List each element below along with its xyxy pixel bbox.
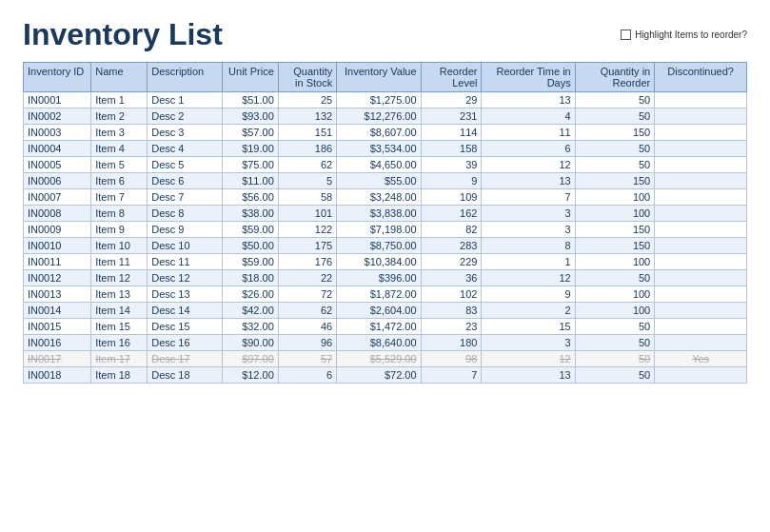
cell-desc: Desc 10: [148, 238, 223, 254]
cell-inv_value: $55.00: [337, 173, 421, 189]
cell-inv_value: $4,650.00: [337, 157, 421, 173]
cell-desc: Desc 8: [148, 206, 223, 222]
highlight-label[interactable]: Highlight Items to reorder?: [621, 30, 747, 40]
cell-name: Item 18: [91, 367, 148, 384]
cell-name: Item 8: [91, 206, 148, 222]
cell-reorder_time: 3: [482, 222, 575, 238]
cell-name: Item 7: [91, 189, 148, 206]
cell-desc: Desc 7: [148, 189, 223, 206]
cell-desc: Desc 5: [148, 157, 223, 173]
cell-id: IN0016: [24, 335, 91, 351]
cell-unit_price: $42.00: [222, 303, 278, 319]
cell-reorder_time: 8: [482, 238, 575, 254]
table-row: IN0008Item 8Desc 8$38.00101$3,838.001623…: [24, 206, 747, 222]
table-row: IN0002Item 2Desc 2$93.00132$12,276.00231…: [24, 108, 747, 125]
cell-unit_price: $32.00: [222, 319, 278, 335]
cell-unit_price: $18.00: [222, 270, 278, 286]
cell-unit_price: $38.00: [222, 206, 278, 222]
cell-discontinued: Yes: [655, 351, 747, 367]
cell-desc: Desc 15: [148, 319, 223, 335]
inventory-table: Inventory ID Name Description Unit Price…: [23, 62, 747, 384]
cell-reorder_level: 98: [421, 351, 482, 367]
page-title: Inventory List: [23, 17, 223, 52]
cell-desc: Desc 17: [148, 351, 223, 367]
cell-reorder_time: 4: [482, 108, 575, 125]
cell-qty_reorder: 150: [575, 238, 655, 254]
cell-id: IN0004: [24, 141, 91, 157]
cell-desc: Desc 3: [148, 125, 223, 141]
table-header-row: Inventory ID Name Description Unit Price…: [24, 63, 747, 92]
cell-reorder_time: 13: [482, 92, 575, 108]
cell-desc: Desc 11: [148, 254, 223, 270]
cell-qty: 132: [278, 108, 336, 125]
cell-reorder_time: 11: [482, 125, 575, 141]
cell-qty_reorder: 50: [575, 335, 655, 351]
cell-inv_value: $8,750.00: [337, 238, 421, 254]
cell-qty: 46: [278, 319, 336, 335]
cell-qty_reorder: 50: [575, 319, 655, 335]
cell-reorder_level: 23: [421, 319, 482, 335]
cell-reorder_level: 39: [421, 157, 482, 173]
cell-reorder_time: 1: [482, 254, 575, 270]
cell-reorder_time: 9: [482, 286, 575, 303]
table-row: IN0001Item 1Desc 1$51.0025$1,275.0029135…: [24, 92, 747, 108]
highlight-checkbox[interactable]: [621, 30, 631, 40]
cell-name: Item 1: [91, 92, 148, 108]
cell-inv_value: $7,198.00: [337, 222, 421, 238]
cell-unit_price: $93.00: [222, 108, 278, 125]
cell-discontinued: [655, 125, 747, 141]
cell-id: IN0017: [24, 351, 91, 367]
cell-id: IN0003: [24, 125, 91, 141]
cell-desc: Desc 12: [148, 270, 223, 286]
cell-name: Item 4: [91, 141, 148, 157]
cell-qty: 186: [278, 141, 336, 157]
table-row: IN0010Item 10Desc 10$50.00175$8,750.0028…: [24, 238, 747, 254]
highlight-text: Highlight Items to reorder?: [635, 30, 747, 40]
table-row: IN0016Item 16Desc 16$90.0096$8,640.00180…: [24, 335, 747, 351]
cell-unit_price: $57.00: [222, 125, 278, 141]
cell-id: IN0002: [24, 108, 91, 125]
cell-qty_reorder: 50: [575, 367, 655, 384]
cell-name: Item 6: [91, 173, 148, 189]
cell-reorder_level: 83: [421, 303, 482, 319]
cell-id: IN0009: [24, 222, 91, 238]
cell-desc: Desc 2: [148, 108, 223, 125]
cell-qty: 6: [278, 367, 336, 384]
cell-inv_value: $8,640.00: [337, 335, 421, 351]
table-row: IN0004Item 4Desc 4$19.00186$3,534.001586…: [24, 141, 747, 157]
cell-discontinued: [655, 173, 747, 189]
table-row: IN0011Item 11Desc 11$59.00176$10,384.002…: [24, 254, 747, 270]
cell-reorder_time: 12: [482, 157, 575, 173]
cell-qty_reorder: 100: [575, 286, 655, 303]
cell-qty: 62: [278, 157, 336, 173]
cell-desc: Desc 4: [148, 141, 223, 157]
cell-discontinued: [655, 189, 747, 206]
cell-unit_price: $90.00: [222, 335, 278, 351]
cell-reorder_time: 15: [482, 319, 575, 335]
cell-reorder_time: 7: [482, 189, 575, 206]
cell-inv_value: $12,276.00: [337, 108, 421, 125]
cell-id: IN0007: [24, 189, 91, 206]
cell-id: IN0012: [24, 270, 91, 286]
cell-discontinued: [655, 141, 747, 157]
cell-id: IN0008: [24, 206, 91, 222]
cell-name: Item 3: [91, 125, 148, 141]
col-header-qty: Quantity in Stock: [278, 63, 336, 92]
cell-qty: 58: [278, 189, 336, 206]
cell-id: IN0018: [24, 367, 91, 384]
cell-qty: 25: [278, 92, 336, 108]
cell-discontinued: [655, 319, 747, 335]
cell-id: IN0015: [24, 319, 91, 335]
cell-qty: 122: [278, 222, 336, 238]
cell-qty: 22: [278, 270, 336, 286]
cell-qty: 72: [278, 286, 336, 303]
cell-reorder_level: 102: [421, 286, 482, 303]
cell-desc: Desc 13: [148, 286, 223, 303]
cell-desc: Desc 18: [148, 367, 223, 384]
cell-inv_value: $1,872.00: [337, 286, 421, 303]
cell-qty_reorder: 100: [575, 189, 655, 206]
cell-reorder_level: 114: [421, 125, 482, 141]
cell-id: IN0014: [24, 303, 91, 319]
cell-qty: 101: [278, 206, 336, 222]
cell-id: IN0005: [24, 157, 91, 173]
